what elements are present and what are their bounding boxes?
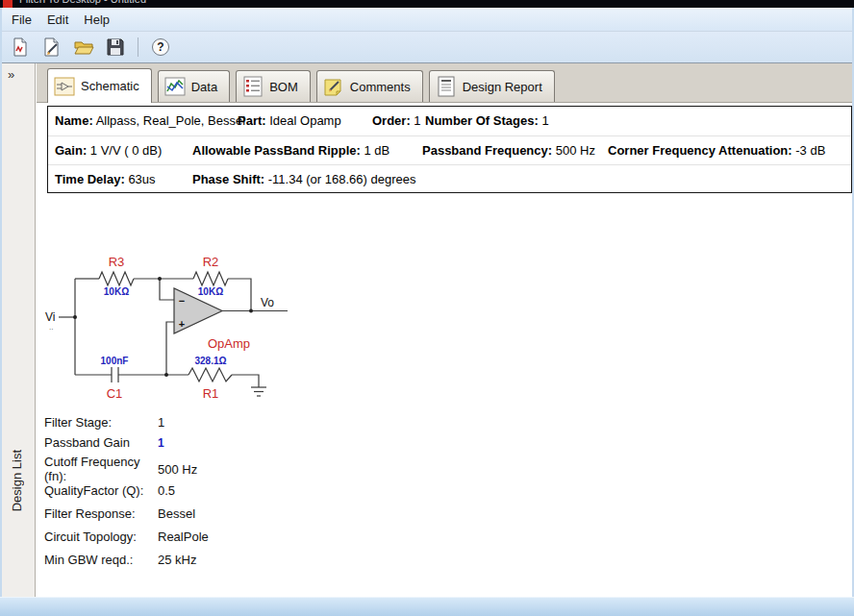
edit-design-icon <box>41 37 63 58</box>
menubar: File Edit Help <box>2 8 852 32</box>
toolbar: ? <box>2 32 852 63</box>
menu-help[interactable]: Help <box>76 10 117 30</box>
tab-design-report[interactable]: Design Report <box>429 70 555 102</box>
c1-ref-label: C1 <box>107 386 123 401</box>
app-icon <box>3 0 13 8</box>
stage-filter-stage: Filter Stage:1 <box>44 415 362 430</box>
stage-filter-response: Filter Response:Bessel <box>44 506 362 521</box>
content-area: Schematic Data <box>37 63 852 597</box>
opamp-minus: − <box>179 295 185 307</box>
opamp-label: OpAmp <box>208 336 250 351</box>
resistor-r1 <box>188 368 232 382</box>
wire <box>228 279 251 311</box>
opamp-plus: + <box>179 318 185 330</box>
summary-row-2: Gain: 1 V/V ( 0 dB) Allowable PassBand R… <box>48 136 851 164</box>
wire <box>232 375 259 387</box>
r2-value-label: 10KΩ <box>198 286 223 297</box>
summary-passband-ripple: Allowable PassBand Ripple: 1 dB <box>192 136 389 165</box>
stage-circuit-topology: Circuit Topology:RealPole <box>44 530 362 544</box>
tab-comments[interactable]: Comments <box>316 70 423 102</box>
vin-label: Vi <box>45 310 55 324</box>
vout-label: Vo <box>261 296 274 309</box>
design-list-sidebar: » Design List <box>2 63 36 597</box>
junction-dot <box>158 277 162 281</box>
new-design-button[interactable] <box>8 35 33 60</box>
junction-dot <box>164 373 168 377</box>
summary-order: Order: 1 <box>372 107 421 136</box>
comments-tab-icon <box>322 75 345 98</box>
summary-row-1: Name: Allpass, Real_Pole, Bessel Part: I… <box>48 107 851 136</box>
save-floppy-icon <box>105 37 126 58</box>
tab-schematic[interactable]: Schematic <box>47 68 152 103</box>
design-list-tab[interactable]: Design List <box>10 450 24 511</box>
save-button[interactable] <box>103 35 128 60</box>
summary-part: Part: Ideal Opamp <box>238 107 341 136</box>
view-tabstrip: Schematic Data <box>37 63 852 103</box>
stage-passband-gain: Passband Gain1 <box>44 435 362 450</box>
junction-dot <box>249 309 253 313</box>
summary-name: Name: Allpass, Real_Pole, Bessel <box>55 107 245 136</box>
vin-note: .. <box>49 323 53 332</box>
summary-row-3: Time Delay: 63us Phase Shift: -11.34 (or… <box>48 164 851 193</box>
stage-min-gbw: Min GBW reqd.:25 kHz <box>44 553 362 567</box>
stage-quality-factor: QualityFactor (Q):0.5 <box>44 483 362 498</box>
bom-tab-icon <box>241 75 264 98</box>
tab-bom[interactable]: BOM <box>236 70 311 102</box>
stage-details: Filter Stage:1 Passband Gain1 Cutoff Fre… <box>44 415 362 576</box>
filterpro-window: FilterPro Desktop - Untitled File Edit H… <box>0 0 854 616</box>
summary-corner-attenuation: Corner Frequency Attenuation: -3 dB <box>608 136 825 165</box>
resistor-r2 <box>193 272 228 285</box>
statusbar <box>0 597 854 616</box>
summary-phase-shift: Phase Shift: -11.34 (or 168.66) degrees <box>192 165 415 194</box>
wire <box>166 322 174 375</box>
tab-label: Comments <box>350 80 411 94</box>
passband-gain-value[interactable]: 1 <box>158 436 164 450</box>
sidebar-expand-button[interactable]: » <box>8 67 14 82</box>
tab-label: Schematic <box>81 79 139 93</box>
stage-cutoff-frequency: Cutoff Frequency (fn):500 Hz <box>44 455 362 483</box>
tab-label: Data <box>191 80 217 94</box>
menu-file[interactable]: File <box>4 10 39 30</box>
titlebar: FilterPro Desktop - Untitled <box>0 0 854 8</box>
menu-edit[interactable]: Edit <box>39 10 76 30</box>
summary-passband-frequency: Passband Frequency: 500 Hz <box>422 136 595 165</box>
filter-summary-panel: Name: Allpass, Real_Pole, Bessel Part: I… <box>47 106 852 193</box>
capacitor-c1 <box>112 367 118 382</box>
tab-label: BOM <box>269 80 298 94</box>
r3-value-label: 10KΩ <box>104 286 129 297</box>
tab-data[interactable]: Data <box>158 70 230 102</box>
r1-value-label: 328.1Ω <box>194 356 226 366</box>
design-report-tab-icon <box>435 75 458 98</box>
junction-dot <box>73 315 77 319</box>
svg-text:?: ? <box>157 40 163 54</box>
r2-ref-label: R2 <box>203 255 219 269</box>
r3-ref-label: R3 <box>109 255 125 269</box>
window-title: FilterPro Desktop - Untitled <box>19 0 146 5</box>
open-folder-icon <box>73 37 94 58</box>
open-button[interactable] <box>71 35 96 60</box>
ground-symbol <box>251 387 266 396</box>
new-design-icon <box>10 37 31 58</box>
toolbar-separator <box>138 37 138 57</box>
schematic-tab-icon <box>53 75 76 98</box>
edit-design-button[interactable] <box>39 35 64 60</box>
c1-value-label: 100nF <box>101 356 129 366</box>
help-icon: ? <box>150 37 171 58</box>
data-tab-icon <box>163 75 187 98</box>
help-button[interactable]: ? <box>148 35 173 60</box>
schematic-canvas: − + R3 10KΩ R2 10KΩ Vo Vi <box>39 245 328 418</box>
wire <box>160 279 174 300</box>
summary-gain: Gain: 1 V/V ( 0 dB) <box>55 136 162 165</box>
tab-label: Design Report <box>463 80 542 94</box>
r1-ref-label: R1 <box>203 386 219 401</box>
main-area: » Design List Schematic <box>2 63 852 597</box>
resistor-r3 <box>99 272 134 285</box>
summary-number-of-stages: Number Of Stages: 1 <box>425 107 549 136</box>
summary-time-delay: Time Delay: 63us <box>55 165 156 194</box>
